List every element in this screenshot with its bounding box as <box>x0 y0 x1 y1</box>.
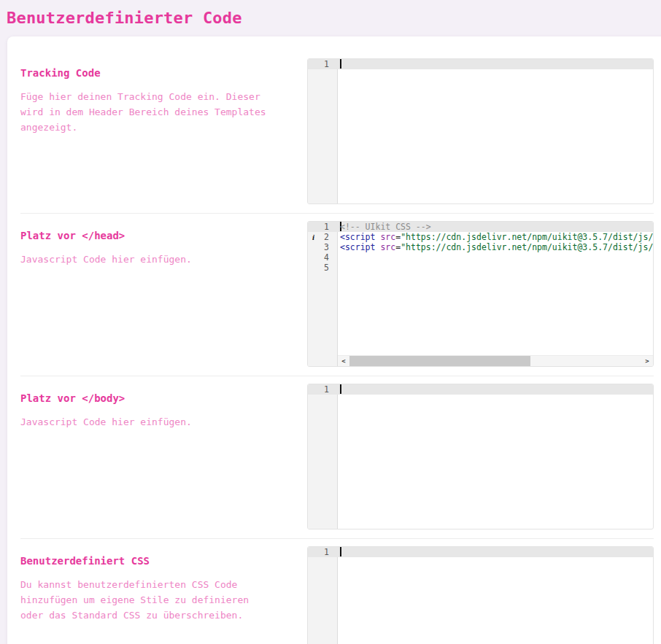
section-editor-column: 1 <box>307 384 654 529</box>
code-line[interactable]: 1 <box>308 59 653 69</box>
horizontal-scrollbar[interactable]: <> <box>338 355 653 366</box>
section-description: Du kannst benutzerdefinierten CSS Code h… <box>20 577 274 623</box>
code-token: <script <box>340 232 375 242</box>
text-cursor <box>340 59 341 69</box>
code-line[interactable]: 1<!-- UIkit CSS --> <box>308 222 653 232</box>
code-line[interactable]: 3<script src="https://cdn.jsdelivr.net/n… <box>308 242 653 252</box>
section-editor-column: 1<!-- UIkit CSS -->i2<script src="https:… <box>307 221 654 367</box>
code-editor-platz-vor-body[interactable]: 1 <box>307 384 654 529</box>
code-token: "https://cdn.jsdelivr.net/npm/uikit@3.5.… <box>401 232 653 242</box>
code-editor-benutzerdefiniert-css[interactable]: 1 <box>307 546 654 644</box>
section-tracking-code: Tracking Code Füge hier deinen Tracking … <box>20 58 654 213</box>
section-description: Füge hier deinen Tracking Code ein. Dies… <box>20 89 274 135</box>
page-title: Benutzerdefinierter Code <box>0 0 661 28</box>
editor-lines[interactable]: 1 <box>308 547 653 557</box>
scroll-right-icon[interactable]: > <box>641 356 653 366</box>
scrollbar-thumb[interactable] <box>349 356 530 366</box>
scroll-left-icon[interactable]: < <box>338 356 349 366</box>
line-number: 1 <box>308 59 339 69</box>
code-line-content[interactable] <box>339 547 653 557</box>
code-token: <script <box>340 242 375 252</box>
custom-code-card: Tracking Code Füge hier deinen Tracking … <box>7 36 661 644</box>
code-line[interactable]: 5 <box>308 263 653 273</box>
section-description: Javascript Code hier einfügen. <box>20 414 274 430</box>
editor-gutter <box>308 547 338 644</box>
code-line-content[interactable]: <!-- UIkit CSS --> <box>339 222 653 232</box>
editor-gutter <box>308 384 338 529</box>
section-platz-vor-body: Platz vor </body> Javascript Code hier e… <box>20 376 654 538</box>
code-editor-platz-vor-head[interactable]: 1<!-- UIkit CSS -->i2<script src="https:… <box>307 221 654 367</box>
editor-lines[interactable]: 1 <box>308 59 653 69</box>
text-cursor <box>340 384 341 394</box>
code-line[interactable]: 1 <box>308 547 653 557</box>
section-heading: Platz vor </head> <box>20 229 274 242</box>
section-platz-vor-head: Platz vor </head> Javascript Code hier e… <box>20 213 654 376</box>
code-line-content[interactable] <box>339 384 653 395</box>
line-number: 4 <box>308 252 339 263</box>
line-number: 3 <box>308 242 339 252</box>
code-line[interactable]: 1 <box>308 384 653 395</box>
editor-lines[interactable]: 1 <box>308 384 653 395</box>
line-number: 1 <box>308 547 339 557</box>
code-token: src <box>380 242 395 252</box>
code-token: <!-- UIkit CSS --> <box>340 222 431 232</box>
code-line-content[interactable] <box>339 59 653 69</box>
code-token: "https://cdn.jsdelivr.net/npm/uikit@3.5.… <box>401 242 653 252</box>
editor-gutter <box>308 59 338 203</box>
line-number: 1 <box>308 222 339 232</box>
section-heading: Platz vor </body> <box>20 392 274 405</box>
section-description: Javascript Code hier einfügen. <box>20 252 274 267</box>
lint-info-icon: i <box>312 232 314 242</box>
line-number: 1 <box>308 384 339 395</box>
section-benutzerdefiniert-css: Benutzerdefiniert CSS Du kannst benutzer… <box>20 538 654 644</box>
section-editor-column: 1 <box>307 58 654 204</box>
section-text-column: Platz vor </body> Javascript Code hier e… <box>20 384 274 529</box>
text-cursor <box>340 547 341 556</box>
code-line-content[interactable]: <script src="https://cdn.jsdelivr.net/np… <box>339 232 653 242</box>
section-text-column: Benutzerdefiniert CSS Du kannst benutzer… <box>20 546 274 644</box>
section-heading: Tracking Code <box>20 66 274 79</box>
section-text-column: Platz vor </head> Javascript Code hier e… <box>20 221 274 367</box>
code-line[interactable]: i2<script src="https://cdn.jsdelivr.net/… <box>308 232 653 242</box>
code-token: src <box>380 232 395 242</box>
code-line-content[interactable] <box>339 263 653 273</box>
section-text-column: Tracking Code Füge hier deinen Tracking … <box>20 58 274 204</box>
code-line[interactable]: 4 <box>308 252 653 263</box>
line-number: 5 <box>308 263 339 273</box>
code-editor-tracking-code[interactable]: 1 <box>307 58 654 204</box>
section-editor-column: 1 <box>307 546 654 644</box>
code-line-content[interactable]: <script src="https://cdn.jsdelivr.net/np… <box>339 242 653 252</box>
editor-lines[interactable]: 1<!-- UIkit CSS -->i2<script src="https:… <box>308 222 653 273</box>
section-heading: Benutzerdefiniert CSS <box>20 554 274 567</box>
code-line-content[interactable] <box>339 252 653 263</box>
scrollbar-track[interactable] <box>349 356 641 366</box>
